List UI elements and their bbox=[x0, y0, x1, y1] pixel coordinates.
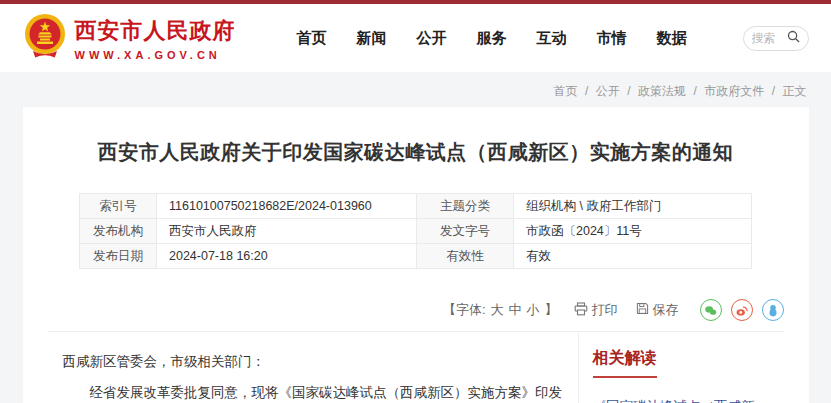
nav-item-home[interactable]: 首页 bbox=[297, 29, 327, 48]
article-body: 西咸新区管委会，市级相关部门： 经省发展改革委批复同意，现将《国家碳达峰试点（西… bbox=[48, 332, 578, 403]
document-meta-table: 索引号 11610100750218682E/2024-013960 主题分类 … bbox=[79, 193, 752, 269]
font-size-label: 【字体: bbox=[443, 301, 486, 319]
article-paragraph-salutation: 西咸新区管委会，市级相关部门： bbox=[63, 346, 566, 377]
meta-label-publish-date: 发布日期 bbox=[80, 244, 157, 269]
save-icon bbox=[636, 302, 649, 318]
meta-label-issuer: 发布机构 bbox=[80, 219, 157, 244]
wechat-share-icon[interactable] bbox=[700, 299, 722, 321]
breadcrumb-disclosure[interactable]: 公开 bbox=[596, 84, 620, 98]
breadcrumb: 首页 / 公开 / 政策法规 / 市政府文件 / 正文 bbox=[23, 72, 809, 107]
national-emblem-icon bbox=[23, 13, 67, 63]
font-size-label-close: 】 bbox=[545, 301, 558, 319]
save-button-label: 保存 bbox=[653, 301, 679, 319]
content-card: 西安市人民政府关于印发国家碳达峰试点（西咸新区）实施方案的通知 索引号 1161… bbox=[23, 107, 809, 403]
search-input[interactable] bbox=[752, 31, 784, 45]
meta-value-doc-number: 市政函〔2024〕11号 bbox=[514, 219, 752, 244]
article-toolbar: 【字体: 大 中 小 】 打印 bbox=[48, 299, 784, 321]
nav-item-disclosure[interactable]: 公开 bbox=[417, 29, 447, 48]
nav-item-news[interactable]: 新闻 bbox=[357, 29, 387, 48]
breadcrumb-gov-documents[interactable]: 市政府文件 bbox=[704, 84, 764, 98]
breadcrumb-separator: / bbox=[693, 84, 696, 98]
site-header: 西安市人民政府 WWW.XA.GOV.CN 首页 新闻 公开 服务 互动 市情 … bbox=[0, 4, 831, 72]
page-title: 西安市人民政府关于印发国家碳达峰试点（西咸新区）实施方案的通知 bbox=[48, 139, 784, 166]
printer-icon bbox=[574, 302, 588, 319]
meta-label-validity: 有效性 bbox=[417, 244, 514, 269]
save-button[interactable]: 保存 bbox=[636, 301, 679, 319]
nav-item-city-info[interactable]: 市情 bbox=[597, 29, 627, 48]
meta-value-topic: 组织机构 \ 政府工作部门 bbox=[514, 194, 752, 219]
site-name: 西安市人民政府 bbox=[75, 16, 236, 46]
table-row: 索引号 11610100750218682E/2024-013960 主题分类 … bbox=[80, 194, 752, 219]
related-interpretation-title: 相关解读 bbox=[593, 348, 657, 378]
meta-label-doc-number: 发文字号 bbox=[417, 219, 514, 244]
breadcrumb-separator: / bbox=[585, 84, 588, 98]
table-row: 发布日期 2024-07-18 16:20 有效性 有效 bbox=[80, 244, 752, 269]
search-box[interactable] bbox=[743, 26, 809, 51]
table-row: 发布机构 西安市人民政府 发文字号 市政函〔2024〕11号 bbox=[80, 219, 752, 244]
breadcrumb-home[interactable]: 首页 bbox=[554, 84, 578, 98]
nav-item-interaction[interactable]: 互动 bbox=[537, 29, 567, 48]
related-interpretation-panel: 相关解读 《国家碳达峰试点（西咸新区）实施方案》政策解读 bbox=[578, 332, 784, 403]
font-size-medium-button[interactable]: 中 bbox=[509, 301, 522, 319]
site-url: WWW.XA.GOV.CN bbox=[75, 49, 236, 61]
meta-value-validity: 有效 bbox=[514, 244, 752, 269]
breadcrumb-current: 正文 bbox=[783, 84, 807, 98]
print-button-label: 打印 bbox=[592, 301, 618, 319]
weibo-share-icon[interactable] bbox=[731, 299, 753, 321]
meta-label-topic: 主题分类 bbox=[417, 194, 514, 219]
print-button[interactable]: 打印 bbox=[574, 301, 618, 319]
related-interpretation-link[interactable]: 《国家碳达峰试点（西咸新区）实施方案》政策解读 bbox=[593, 393, 780, 403]
site-logo[interactable]: 西安市人民政府 WWW.XA.GOV.CN bbox=[23, 13, 236, 63]
meta-label-index-no: 索引号 bbox=[80, 194, 157, 219]
font-size-large-button[interactable]: 大 bbox=[491, 301, 504, 319]
search-icon[interactable] bbox=[787, 29, 800, 47]
breadcrumb-policies[interactable]: 政策法规 bbox=[638, 84, 686, 98]
nav-item-data[interactable]: 数据 bbox=[657, 29, 687, 48]
meta-value-publish-date: 2024-07-18 16:20 bbox=[157, 244, 417, 269]
qq-share-icon[interactable] bbox=[762, 299, 784, 321]
breadcrumb-separator: / bbox=[627, 84, 630, 98]
article-paragraph-body: 经省发展改革委批复同意，现将《国家碳达峰试点（西咸新区）实施方案》印发给你们，请… bbox=[63, 377, 566, 403]
meta-value-index-no: 11610100750218682E/2024-013960 bbox=[157, 194, 417, 219]
breadcrumb-separator: / bbox=[772, 84, 775, 98]
font-size-small-button[interactable]: 小 bbox=[527, 301, 540, 319]
main-nav: 首页 新闻 公开 服务 互动 市情 数据 bbox=[297, 26, 809, 51]
nav-item-services[interactable]: 服务 bbox=[477, 29, 507, 48]
meta-value-issuer: 西安市人民政府 bbox=[157, 219, 417, 244]
